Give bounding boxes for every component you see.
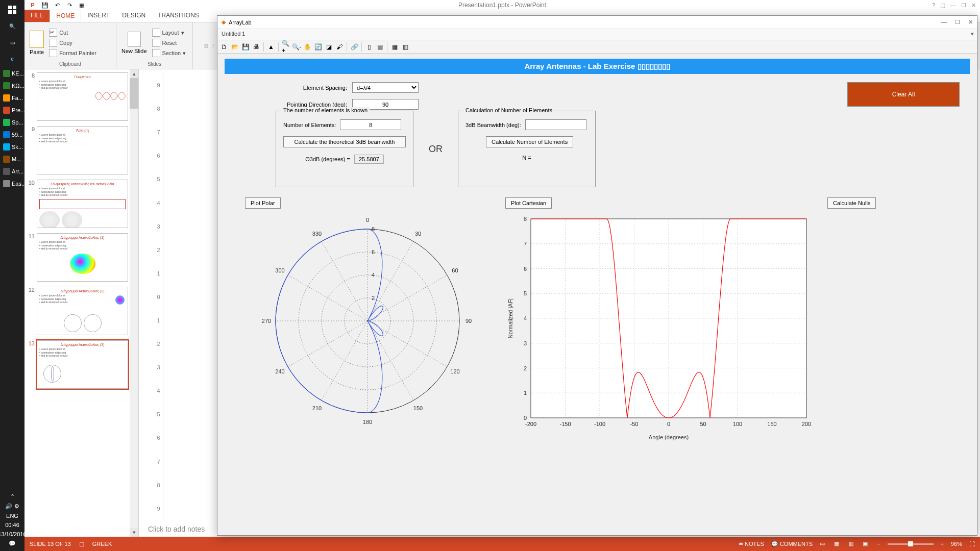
minimize-icon[interactable]: — bbox=[941, 19, 947, 26]
element-spacing-select[interactable]: d=λ/4 bbox=[352, 82, 419, 93]
taskbar-app[interactable]: Sp... bbox=[1, 116, 23, 129]
legend-icon[interactable]: ▤ bbox=[375, 42, 384, 52]
hide-tools-icon[interactable]: ▦ bbox=[390, 42, 399, 52]
slide-thumbnail[interactable]: Διάγραμμα Ακτινοβολίας (3) • Lorem ipsum… bbox=[37, 340, 128, 389]
ribbon-tab-transitions[interactable]: TRANSITIONS bbox=[152, 10, 205, 22]
scroll-up-icon[interactable]: ▴ bbox=[130, 69, 138, 78]
ribbon-tab-design[interactable]: DESIGN bbox=[116, 10, 152, 22]
taskbar-app[interactable]: Sk... bbox=[1, 141, 23, 153]
ribbon-tab-home[interactable]: HOME bbox=[50, 10, 81, 22]
scrollbar-thumb[interactable] bbox=[130, 78, 138, 109]
minimize-icon[interactable]: — bbox=[950, 2, 956, 9]
close-icon[interactable]: ✕ bbox=[968, 19, 973, 26]
sorter-view-icon[interactable]: ▦ bbox=[834, 540, 841, 547]
redo-icon[interactable]: ↷ bbox=[65, 1, 74, 9]
link-icon[interactable]: 🔗 bbox=[350, 42, 359, 52]
maximize-icon[interactable]: ☐ bbox=[955, 19, 960, 26]
italic-button[interactable]: I bbox=[212, 43, 214, 49]
save-icon[interactable]: 💾 bbox=[41, 1, 49, 9]
slide-number: 12 bbox=[28, 287, 35, 335]
datatip-icon[interactable]: ◪ bbox=[324, 42, 333, 52]
undo-icon[interactable]: ↶ bbox=[53, 1, 61, 9]
help-icon[interactable]: ? bbox=[932, 2, 935, 9]
power-icon[interactable]: ⚙ bbox=[14, 503, 19, 510]
ribbon-tab-file[interactable]: FILE bbox=[24, 10, 50, 22]
slide-thumbnail[interactable]: Διάγραμμα Ακτινοβολίας (1) • Lorem ipsum… bbox=[37, 233, 128, 282]
zoom-in-icon[interactable]: 🔍+ bbox=[281, 42, 290, 52]
zoom-out-button[interactable]: − bbox=[877, 541, 880, 547]
beamwidth-input[interactable] bbox=[525, 119, 586, 130]
open-icon[interactable]: 📂 bbox=[230, 42, 239, 52]
ribbon-options-icon[interactable]: ▢ bbox=[940, 2, 945, 9]
save-icon[interactable]: 💾 bbox=[241, 42, 250, 52]
new-slide-button[interactable]: New Slide bbox=[120, 24, 148, 61]
taskbar-app[interactable]: M... bbox=[1, 153, 23, 165]
calc-beamwidth-button[interactable]: Calculate the theoretical 3dB beamwidth bbox=[283, 136, 406, 147]
maximize-icon[interactable]: ☐ bbox=[961, 2, 966, 9]
start-icon[interactable] bbox=[1, 2, 23, 17]
section-button[interactable]: Section▾ bbox=[151, 48, 187, 58]
slide-thumbnail[interactable]: Διάγραμμα Ακτινοβολίας (2) • Lorem ipsum… bbox=[37, 287, 128, 335]
zoom-out-icon[interactable]: 🔍- bbox=[292, 42, 301, 52]
taskbar-app[interactable]: KΩ... bbox=[1, 80, 23, 92]
language-status[interactable]: GREEK bbox=[92, 541, 112, 547]
pan-icon[interactable]: ✋ bbox=[303, 42, 312, 52]
pointer-icon[interactable]: ▲ bbox=[266, 42, 276, 52]
fit-window-icon[interactable]: ⛶ bbox=[969, 541, 975, 547]
edge-icon[interactable]: e bbox=[1, 51, 23, 66]
plot-cartesian-button[interactable]: Plot Cartesian bbox=[505, 197, 552, 209]
normal-view-icon[interactable]: ▭ bbox=[820, 540, 827, 547]
scroll-down-icon[interactable]: ▾ bbox=[130, 528, 138, 537]
arraylab-window: ◆ ArrayLab — ☐ ✕ Untitled 1▾ 🗋 📂 💾 🖶 ▲ 🔍… bbox=[217, 15, 977, 536]
brush-icon[interactable]: 🖌 bbox=[335, 42, 344, 52]
slide-thumbnail[interactable]: Γεωμετρικές κατασκευές και ακτινοβολία •… bbox=[37, 180, 128, 228]
copy-icon bbox=[49, 39, 57, 47]
taskbar-app[interactable]: Eas... bbox=[1, 178, 23, 190]
slide-thumbnail[interactable]: Γεωμετρία • Lorem ipsum dolor sit• conse… bbox=[37, 72, 128, 121]
reset-button[interactable]: Reset bbox=[151, 38, 187, 47]
comments-toggle[interactable]: 💬 COMMENTS bbox=[771, 541, 813, 547]
plot-polar-button[interactable]: Plot Polar bbox=[245, 197, 281, 209]
volume-icon[interactable]: 🔊 bbox=[5, 503, 12, 510]
known-elements-panel: The number of elements is known Number o… bbox=[276, 111, 413, 187]
close-icon[interactable]: ✕ bbox=[971, 2, 976, 9]
zoom-slider[interactable] bbox=[888, 543, 934, 545]
clear-all-button[interactable]: Clear All bbox=[847, 82, 960, 107]
clock-time[interactable]: 00:46 bbox=[5, 522, 19, 528]
paste-button[interactable]: Paste bbox=[29, 24, 45, 61]
notes-toggle[interactable]: ≐ NOTES bbox=[739, 541, 764, 547]
chevron-down-icon[interactable]: ▾ bbox=[971, 31, 974, 37]
thumbnail-scrollbar[interactable]: ▴ ▾ bbox=[130, 69, 138, 537]
reading-view-icon[interactable]: ▥ bbox=[848, 540, 855, 547]
taskbar-app[interactable]: Pre... bbox=[1, 104, 23, 116]
taskbar-app[interactable]: Arr... bbox=[1, 165, 23, 178]
taskbar-app[interactable]: Fa... bbox=[1, 92, 23, 104]
bold-button[interactable]: B bbox=[204, 43, 208, 49]
taskbar-app[interactable]: 59... bbox=[1, 129, 23, 141]
print-icon[interactable]: 🖶 bbox=[252, 42, 261, 52]
start-slideshow-icon[interactable]: ▦ bbox=[78, 1, 86, 9]
layout-button[interactable]: Layout▾ bbox=[151, 28, 187, 37]
cut-button[interactable]: ✂Cut bbox=[48, 28, 97, 37]
action-center-icon[interactable]: 💬 bbox=[9, 540, 16, 547]
rotate-icon[interactable]: 🔄 bbox=[313, 42, 323, 52]
calculate-nulls-button[interactable]: Calculate Nulls bbox=[827, 197, 876, 209]
colorbar-icon[interactable]: ▯ bbox=[364, 42, 374, 52]
spell-check-icon[interactable]: ▢ bbox=[79, 541, 84, 547]
slide-thumbnail[interactable]: Άσκηση • Lorem ipsum dolor sit• consecte… bbox=[37, 126, 128, 174]
slideshow-view-icon[interactable]: ▣ bbox=[863, 540, 870, 547]
taskbar-app[interactable]: KE... bbox=[1, 67, 23, 80]
language-indicator[interactable]: ENG bbox=[6, 513, 18, 519]
task-view-icon[interactable]: ▭ bbox=[1, 35, 23, 50]
chevron-up-icon[interactable]: ⌃ bbox=[10, 493, 15, 500]
search-icon[interactable]: 🔍 bbox=[1, 18, 23, 34]
num-elements-input[interactable] bbox=[340, 119, 401, 130]
zoom-in-button[interactable]: + bbox=[941, 541, 944, 547]
new-figure-icon[interactable]: 🗋 bbox=[219, 42, 229, 52]
format-painter-button[interactable]: Format Painter bbox=[48, 48, 97, 58]
copy-button[interactable]: Copy bbox=[48, 38, 97, 47]
calc-elements-button[interactable]: Calculate Number of Elements bbox=[486, 136, 573, 147]
ribbon-tab-insert[interactable]: INSERT bbox=[81, 10, 116, 22]
zoom-level[interactable]: 96% bbox=[951, 541, 962, 547]
show-plot-tools-icon[interactable]: ▥ bbox=[401, 42, 410, 52]
